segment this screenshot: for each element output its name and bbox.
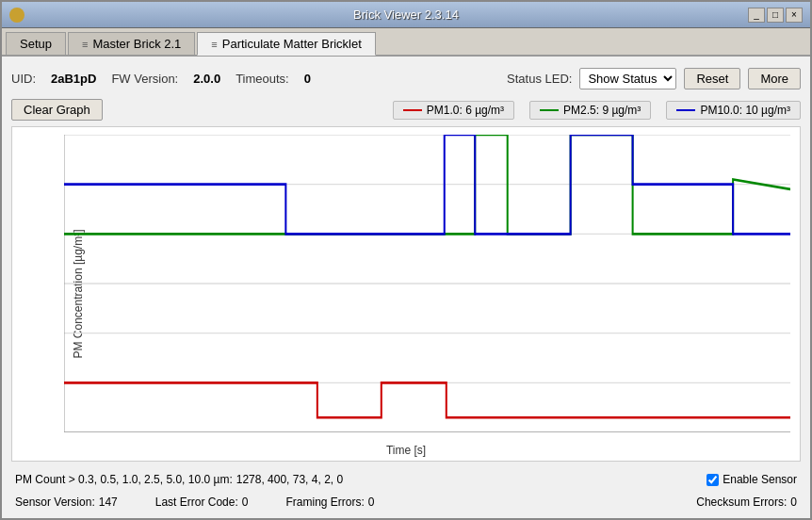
sensor-version-label: Sensor Version: <box>15 496 95 509</box>
reset-button[interactable]: Reset <box>684 68 740 89</box>
legend-pm10: PM1.0: 6 µg/m³ <box>393 101 514 120</box>
status-led-label: Status LED: <box>507 72 572 86</box>
status-led-select[interactable]: Show Status Off On Heartbeat <box>579 68 676 89</box>
footer-row1: PM Count > 0.3, 0.5, 1.0, 2.5, 5.0, 10.0… <box>11 471 801 488</box>
tab-master-icon: ≡ <box>82 39 88 50</box>
titlebar-left <box>9 8 24 23</box>
last-error-label: Last Error Code: <box>155 496 238 509</box>
minimize-button[interactable]: _ <box>748 8 765 23</box>
window-title: Brick Viewer 2.3.14 <box>353 8 459 22</box>
footer-row2: Sensor Version: 147 Last Error Code: 0 F… <box>11 494 801 511</box>
tab-particulate-label: Particulate Matter Bricklet <box>222 37 362 51</box>
enable-sensor-checkbox[interactable] <box>706 474 719 486</box>
graph-svg: 6 7 8 9 10 11 12 50 <box>64 135 790 432</box>
main-content: UID: 2aB1pD FW Version: 2.0.0 Timeouts: … <box>2 57 810 518</box>
main-window: Brick Viewer 2.3.14 _ □ × Setup ≡ Master… <box>0 0 812 520</box>
framing-errors-value: 0 <box>368 496 375 509</box>
more-button[interactable]: More <box>748 68 801 89</box>
legend-pm100-label: PM10.0: 10 µg/m³ <box>700 104 790 117</box>
tab-master-brick[interactable]: ≡ Master Brick 2.1 <box>68 32 195 55</box>
timeouts-label: Timeouts: <box>235 72 289 86</box>
enable-sensor-label[interactable]: Enable Sensor <box>706 473 797 486</box>
tab-master-label: Master Brick 2.1 <box>92 37 181 51</box>
legend-pm100-line <box>676 109 695 111</box>
close-button[interactable]: × <box>786 8 803 23</box>
legend-pm10-line <box>403 109 422 111</box>
uid-value: 2aB1pD <box>51 72 96 86</box>
tab-setup[interactable]: Setup <box>6 32 66 55</box>
tab-particulate[interactable]: ≡ Particulate Matter Bricklet <box>197 32 376 56</box>
legend-pm100: PM10.0: 10 µg/m³ <box>666 101 801 120</box>
fw-label: FW Version: <box>111 72 178 86</box>
legend-pm10-label: PM1.0: 6 µg/m³ <box>427 104 504 117</box>
legend-pm25-label: PM2.5: 9 µg/m³ <box>563 104 641 117</box>
toolbar-row: Clear Graph PM1.0: 6 µg/m³ PM2.5: 9 µg/m… <box>11 99 801 121</box>
fw-value: 2.0.0 <box>193 72 220 86</box>
app-icon <box>9 8 24 23</box>
window-controls: _ □ × <box>748 8 803 23</box>
enable-sensor-text: Enable Sensor <box>723 473 797 486</box>
tab-bar: Setup ≡ Master Brick 2.1 ≡ Particulate M… <box>2 28 810 57</box>
legend-pm25: PM2.5: 9 µg/m³ <box>529 101 651 120</box>
legend-pm25-line <box>540 109 559 111</box>
pm-count-label: PM Count > 0.3, 0.5, 1.0, 2.5, 5.0, 10.0… <box>15 473 233 486</box>
pm-count-value: 1278, 400, 73, 4, 2, 0 <box>236 473 343 486</box>
maximize-button[interactable]: □ <box>767 8 784 23</box>
checksum-errors-label: Checksum Errors: <box>696 496 787 509</box>
last-error-value: 0 <box>242 496 249 509</box>
sensor-version-value: 147 <box>99 496 118 509</box>
titlebar: Brick Viewer 2.3.14 _ □ × <box>2 2 810 28</box>
tab-setup-label: Setup <box>20 37 52 51</box>
graph-container: PM Concentration [µg/m³] Time [s] <box>11 126 801 462</box>
pm10-line <box>64 382 790 417</box>
graph-inner: 6 7 8 9 10 11 12 50 <box>64 135 790 432</box>
uid-label: UID: <box>11 72 36 86</box>
framing-errors-label: Framing Errors: <box>285 496 364 509</box>
checksum-errors-value: 0 <box>790 496 797 509</box>
x-axis-label: Time [s] <box>386 444 426 457</box>
timeouts-value: 0 <box>304 72 311 86</box>
status-row: Status LED: Show Status Off On Heartbeat… <box>507 68 801 89</box>
clear-graph-button[interactable]: Clear Graph <box>11 99 103 121</box>
info-row: UID: 2aB1pD FW Version: 2.0.0 Timeouts: … <box>11 64 801 93</box>
tab-particulate-icon: ≡ <box>211 39 217 50</box>
